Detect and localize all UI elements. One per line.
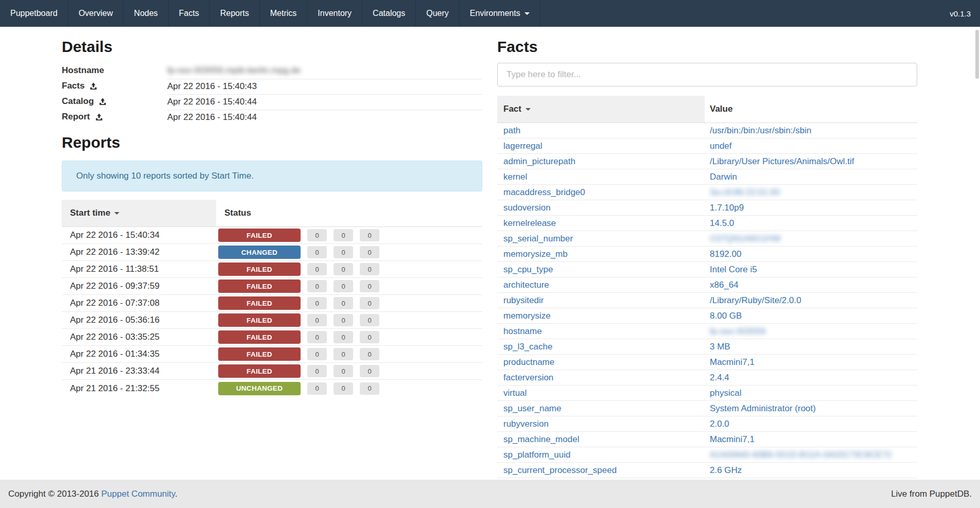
metric-count-badge: 0 — [334, 348, 353, 360]
table-row: sudoversion1.7.10p9 — [497, 200, 917, 216]
nav-item-metrics[interactable]: Metrics — [260, 0, 308, 27]
table-row: sp_platform_uuid41A00640-60B6-551D-B11A-… — [497, 447, 917, 463]
fact-value[interactable]: 2.6 GHz — [705, 464, 917, 477]
upload-icon[interactable] — [95, 113, 103, 121]
table-row: architecturex86_64 — [497, 277, 917, 293]
fact-name-link[interactable]: sp_cpu_type — [497, 264, 705, 276]
fact-name-link[interactable]: facterversion — [497, 372, 705, 384]
metric-count-badge: 0 — [307, 246, 327, 258]
fact-name-link[interactable]: lagerregal — [497, 140, 705, 152]
fact-value[interactable]: 3a:c9:86:22:01:00 — [705, 186, 917, 199]
puppetdb-status-label: Live from PuppetDB. — [891, 489, 972, 499]
metric-count-badge: 0 — [307, 229, 327, 241]
fact-name-link[interactable]: sudoversion — [497, 202, 705, 214]
fact-name-link[interactable]: rubysitedir — [497, 294, 705, 307]
nav-item-inventory[interactable]: Inventory — [307, 0, 362, 27]
upload-icon[interactable] — [90, 82, 97, 90]
fact-value[interactable]: fp-osx-003056 — [705, 325, 917, 338]
nav-item-query[interactable]: Query — [416, 0, 460, 27]
fact-name-link[interactable]: kernelrelease — [497, 217, 705, 230]
nav-item-overview[interactable]: Overview — [68, 0, 124, 27]
fact-name-link[interactable]: hostname — [497, 325, 705, 338]
fact-value[interactable]: 2.0.0 — [705, 418, 917, 430]
table-row: Apr 22 2016 - 07:37:08FAILED000 — [62, 295, 482, 312]
metric-count-badge: 0 — [307, 263, 327, 275]
fact-value[interactable]: /usr/bin:/bin:/usr/sbin:/sbin — [705, 125, 917, 137]
fact-value[interactable]: 8192.00 — [705, 248, 917, 260]
fact-value[interactable]: 2.4.4 — [705, 372, 917, 384]
table-row: Apr 22 2016 - 15:40:34FAILED000 — [62, 227, 482, 244]
metric-count-badge: 0 — [334, 263, 353, 275]
fact-value[interactable]: 8.00 GB — [705, 310, 917, 322]
fact-value[interactable]: undef — [705, 140, 917, 152]
scrollbar-thumb[interactable] — [975, 30, 979, 79]
table-row: path/usr/bin:/bin:/usr/sbin:/sbin — [497, 123, 917, 138]
fact-name-link[interactable]: rubyversion — [497, 418, 705, 430]
fact-name-link[interactable]: sp_machine_model — [497, 433, 705, 446]
report-start-time: Apr 22 2016 - 05:36:16 — [62, 315, 216, 325]
puppet-community-link[interactable]: Puppet Community — [101, 489, 175, 499]
fact-name-link[interactable]: productname — [497, 356, 705, 369]
fact-value[interactable]: Macmini7,1 — [705, 433, 917, 446]
table-row: sp_user_nameSystem Administrator (root) — [497, 401, 917, 416]
status-badge: FAILED — [218, 229, 301, 242]
fact-name-link[interactable]: memorysize_mb — [497, 248, 705, 260]
fact-name-link[interactable]: sp_user_name — [497, 402, 705, 415]
details-value: fp-osx-003056.mpib-berlin.mpg.de — [167, 63, 482, 78]
nav-item-facts[interactable]: Facts — [169, 0, 210, 27]
fact-value[interactable]: Intel Core i5 — [705, 264, 917, 276]
fact-value[interactable]: x86_64 — [705, 279, 917, 291]
fact-name-link[interactable]: macaddress_bridge0 — [497, 186, 705, 199]
fact-name-link[interactable]: virtual — [497, 387, 705, 399]
report-start-time: Apr 22 2016 - 11:38:51 — [62, 264, 216, 274]
fact-name-link[interactable]: sp_platform_uuid — [497, 449, 705, 461]
metric-count-badge: 0 — [334, 229, 353, 241]
fact-value[interactable]: C07QN1A6G1HW — [705, 233, 917, 245]
details-row-report: ReportApr 22 2016 - 15:40:44 — [62, 109, 482, 125]
fact-name-link[interactable]: path — [497, 125, 705, 137]
status-badge: CHANGED — [218, 246, 301, 259]
navbar-items: OverviewNodesFactsReportsMetricsInventor… — [68, 0, 540, 27]
column-header-start-time[interactable]: Start time — [62, 200, 216, 226]
nav-item-nodes[interactable]: Nodes — [124, 0, 168, 27]
facts-filter-input[interactable] — [497, 63, 917, 86]
facts-title: Facts — [497, 38, 917, 56]
fact-value[interactable]: /Library/Ruby/Site/2.0.0 — [705, 294, 917, 307]
fact-value[interactable]: 41A00640-60B6-551D-B11A-0A03173C9CE72 — [705, 449, 917, 461]
facts-table: Fact Value path/usr/bin:/bin:/usr/sbin:/… — [497, 96, 917, 478]
details-table: Hostnamefp-osx-003056.mpib-berlin.mpg.de… — [62, 63, 482, 125]
column-header-fact[interactable]: Fact — [497, 96, 705, 122]
table-row: rubyversion2.0.0 — [497, 416, 917, 432]
table-row: Apr 21 2016 - 21:32:55UNCHANGED000 — [62, 380, 482, 397]
fact-value[interactable]: 3 MB — [705, 341, 917, 353]
fact-name-link[interactable]: admin_picturepath — [497, 155, 705, 168]
navbar-brand[interactable]: Puppetboard — [0, 0, 68, 27]
nav-item-catalogs[interactable]: Catalogs — [362, 0, 416, 27]
fact-value[interactable]: physical — [705, 387, 917, 399]
fact-value[interactable]: /Library/User Pictures/Animals/Owl.tif — [705, 155, 917, 168]
nav-item-reports[interactable]: Reports — [210, 0, 260, 27]
fact-value[interactable]: System Administrator (root) — [705, 402, 917, 415]
fact-name-link[interactable]: architecture — [497, 279, 705, 291]
fact-name-link[interactable]: memorysize — [497, 310, 705, 322]
metric-count-badge: 0 — [360, 263, 379, 275]
table-row: Apr 22 2016 - 11:38:51FAILED000 — [62, 261, 482, 278]
fact-name-link[interactable]: sp_current_processor_speed — [497, 464, 705, 477]
fact-value[interactable]: Macmini7,1 — [705, 356, 917, 369]
metric-count-badge: 0 — [334, 382, 353, 395]
status-badge: UNCHANGED — [218, 382, 301, 395]
table-row: hostnamefp-osx-003056 — [497, 324, 917, 339]
fact-value[interactable]: 14.5.0 — [705, 217, 917, 230]
nav-item-environments[interactable]: Environments — [460, 0, 540, 27]
fact-name-link[interactable]: kernel — [497, 171, 705, 183]
fact-name-link[interactable]: sp_serial_number — [497, 233, 705, 245]
fact-value[interactable]: Darwin — [705, 171, 917, 183]
status-badge: FAILED — [218, 313, 301, 327]
upload-icon[interactable] — [99, 98, 107, 106]
fact-name-link[interactable]: sp_l3_cache — [497, 341, 705, 353]
fact-value[interactable]: 1.7.10p9 — [705, 202, 917, 214]
details-label: Report — [62, 112, 167, 122]
sort-caret-icon — [526, 108, 531, 111]
table-row: kernelrelease14.5.0 — [497, 216, 917, 231]
nav-item-label: Query — [426, 9, 449, 18]
